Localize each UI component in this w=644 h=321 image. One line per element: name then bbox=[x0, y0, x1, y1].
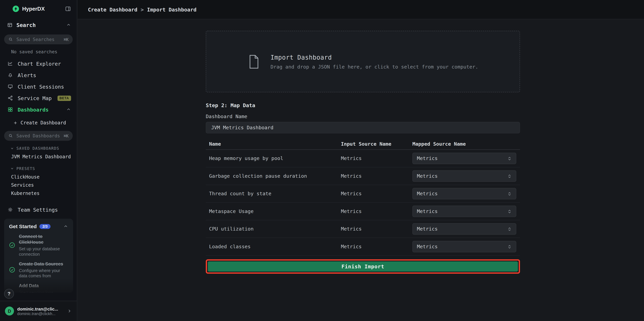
content-column: Import Dashboard Drag and drop a JSON fi… bbox=[206, 31, 520, 274]
sidebar-item-dashboards[interactable]: Dashboards bbox=[0, 104, 77, 115]
plus-icon bbox=[13, 120, 18, 125]
mapped-source-select[interactable]: Metrics bbox=[412, 153, 516, 164]
get-started-item-subtitle: Start sending logs, metrics, or traces bbox=[19, 290, 60, 293]
get-started-item-title: Connect to ClickHouse bbox=[19, 234, 68, 245]
finish-import-button[interactable]: Finish Import bbox=[208, 262, 518, 272]
nav-label: Team Settings bbox=[18, 207, 58, 213]
nav-label: Client Sessions bbox=[18, 83, 64, 90]
beta-badge: BETA bbox=[58, 95, 71, 101]
bell-icon bbox=[8, 72, 13, 78]
select-value: Metrics bbox=[417, 244, 438, 250]
search-icon bbox=[8, 133, 13, 138]
select-value: Metrics bbox=[417, 191, 438, 197]
mapped-source-select[interactable]: Metrics bbox=[412, 170, 516, 182]
saved-dashboard-item[interactable]: JVM Metrics Dashboard bbox=[0, 153, 77, 161]
sidebar-section-search[interactable]: Search bbox=[0, 19, 77, 31]
logo-row: HyperDX bbox=[0, 0, 77, 17]
user-email: dominic.tran@clickh... bbox=[17, 311, 58, 316]
avatar: D bbox=[5, 307, 14, 316]
chevron-updown-icon bbox=[507, 191, 512, 196]
mapped-source-select[interactable]: Metrics bbox=[412, 188, 516, 199]
main-area: Create Dashboard > Import Dashboard Impo… bbox=[78, 0, 644, 321]
row-name: Loaded classes bbox=[206, 244, 341, 250]
preset-item-clickhouse[interactable]: ClickHouse bbox=[0, 173, 77, 181]
chevron-down-icon bbox=[10, 146, 14, 150]
get-started-item-add-data[interactable]: Add Data Start sending logs, metrics, or… bbox=[9, 283, 68, 293]
table-row: Heap memory usage by pool Metrics Metric… bbox=[206, 150, 520, 167]
service-map-icon bbox=[8, 95, 13, 101]
dashboard-name-input[interactable] bbox=[206, 122, 520, 133]
saved-dashboards-input[interactable] bbox=[16, 133, 61, 139]
select-value: Metrics bbox=[417, 208, 438, 214]
app-title: HyperDX bbox=[22, 5, 45, 12]
mapped-source-select[interactable]: Metrics bbox=[412, 241, 516, 252]
shortcut-badge: ⌘K bbox=[64, 37, 68, 42]
saved-dashboards-search[interactable]: ⌘K bbox=[4, 131, 73, 141]
table-header: Name Input Source Name Mapped Source Nam… bbox=[206, 139, 520, 150]
hyperdx-logo-icon bbox=[12, 5, 19, 12]
breadcrumb-create-dashboard[interactable]: Create Dashboard bbox=[88, 6, 137, 12]
chevron-updown-icon bbox=[507, 227, 512, 231]
nav-label: Chart Explorer bbox=[18, 61, 61, 67]
get-started-item-subtitle: Configure where your data comes from bbox=[19, 268, 68, 279]
saved-searches-input[interactable] bbox=[16, 36, 61, 42]
dropzone-title: Import Dashboard bbox=[270, 53, 478, 61]
nav-label: Service Map bbox=[18, 95, 52, 101]
row-name: CPU utilization bbox=[206, 226, 341, 232]
sidebar-item-service-map[interactable]: Service Map BETA bbox=[0, 92, 77, 104]
breadcrumb-import-dashboard[interactable]: Import Dashboard bbox=[147, 6, 196, 12]
mapped-source-select[interactable]: Metrics bbox=[412, 223, 516, 235]
select-value: Metrics bbox=[417, 155, 438, 161]
chevron-down-icon bbox=[10, 167, 14, 170]
section-saved-dashboards[interactable]: SAVED DASHBOARDS bbox=[10, 146, 77, 151]
select-value: Metrics bbox=[417, 173, 438, 179]
row-input-source: Metrics bbox=[341, 226, 412, 232]
sidebar-item-chart-explorer[interactable]: Chart Explorer bbox=[0, 58, 77, 69]
column-header-name: Name bbox=[206, 141, 341, 147]
monitor-icon bbox=[8, 84, 13, 89]
shortcut-badge: ⌘K bbox=[64, 133, 68, 138]
row-input-source: Metrics bbox=[341, 208, 412, 214]
mapped-source-select[interactable]: Metrics bbox=[412, 206, 516, 217]
table-row: CPU utilization Metrics Metrics bbox=[206, 220, 520, 238]
get-started-item-sources[interactable]: Create Data Sources Configure where your… bbox=[9, 261, 68, 279]
preset-item-kubernetes[interactable]: Kubernetes bbox=[0, 189, 77, 197]
collapse-sidebar-icon[interactable] bbox=[65, 5, 71, 12]
help-button[interactable]: ? bbox=[4, 289, 14, 299]
saved-searches-search[interactable]: ⌘K bbox=[4, 34, 73, 44]
row-input-source: Metrics bbox=[341, 173, 412, 179]
row-name: Heap memory usage by pool bbox=[206, 155, 341, 161]
create-dashboard-button[interactable]: Create Dashboard bbox=[0, 117, 77, 128]
get-started-item-texts: Add Data Start sending logs, metrics, or… bbox=[9, 283, 60, 293]
section-presets[interactable]: PRESETS bbox=[10, 166, 77, 171]
table-row: Loaded classes Metrics Metrics bbox=[206, 238, 520, 256]
user-name: dominic.tran@clic... bbox=[17, 306, 58, 311]
get-started-item-title: Create Data Sources bbox=[19, 261, 68, 267]
check-circle-icon bbox=[9, 267, 15, 273]
dashboard-name-label: Dashboard Name bbox=[206, 114, 520, 119]
gear-icon bbox=[8, 207, 13, 213]
chart-icon bbox=[8, 61, 13, 66]
chevron-up-icon[interactable] bbox=[63, 224, 68, 229]
chevron-updown-icon bbox=[507, 174, 512, 178]
sidebar-item-alerts[interactable]: Alerts bbox=[0, 69, 77, 81]
user-texts: dominic.tran@clic... dominic.tran@clickh… bbox=[17, 306, 58, 316]
import-dropzone[interactable]: Import Dashboard Drag and drop a JSON fi… bbox=[206, 31, 520, 92]
row-name: Metaspace Usage bbox=[206, 208, 341, 214]
sidebar-item-team-settings[interactable]: Team Settings bbox=[0, 204, 77, 215]
preset-item-services[interactable]: Services bbox=[0, 181, 77, 189]
row-input-source: Metrics bbox=[341, 244, 412, 250]
app-window: HyperDX Search ⌘K No saved searches bbox=[0, 0, 644, 321]
section-label-text: SAVED DASHBOARDS bbox=[16, 146, 59, 151]
nav-label: Dashboards bbox=[18, 106, 49, 113]
dropzone-subtitle: Drag and drop a JSON file here, or click… bbox=[270, 64, 478, 69]
get-started-item-connect[interactable]: Connect to ClickHouse Set up your databa… bbox=[9, 234, 68, 257]
dashboards-grid-icon bbox=[8, 107, 13, 112]
column-header-input-source: Input Source Name bbox=[341, 141, 412, 147]
row-name: Thread count by state bbox=[206, 191, 341, 197]
search-section-label: Search bbox=[16, 22, 36, 28]
user-menu[interactable]: D dominic.tran@clic... dominic.tran@clic… bbox=[0, 301, 77, 321]
sidebar-item-client-sessions[interactable]: Client Sessions bbox=[0, 81, 77, 92]
chevron-up-icon[interactable] bbox=[66, 107, 71, 112]
chevron-up-icon[interactable] bbox=[66, 23, 71, 27]
